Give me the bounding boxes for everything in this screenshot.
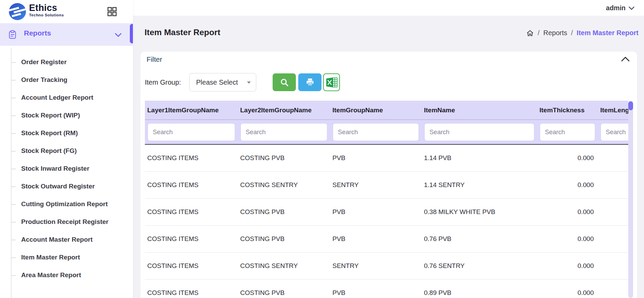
sidebar-item-stock-report-wip[interactable]: Stock Report (WIP) — [21, 107, 111, 124]
print-button[interactable] — [298, 73, 321, 91]
breadcrumb-item-current: Item Master Report — [577, 29, 639, 37]
item-group-select-value: Please Select — [196, 79, 238, 86]
table-cell: 0.76 PVB — [422, 226, 537, 252]
sidebar-menu: Order Register Order Tracking Account Le… — [0, 48, 133, 298]
table-row: COSTING ITEMS COSTING PVB PVB 0.76 PVB 0… — [145, 226, 628, 253]
filter-card: Filter Item Group: Please Select — [140, 51, 638, 298]
brand-name: Ethics — [29, 3, 64, 13]
table-cell: PVB — [330, 280, 422, 298]
table-cell: 0.76 SENTRY — [422, 253, 537, 279]
brand-logo: Ethics Techno Solutions — [0, 0, 133, 23]
table-cell — [598, 199, 628, 225]
table-cell: 0.000 — [537, 280, 598, 298]
column-header: Layer2ItemGroupName — [238, 101, 330, 119]
table-cell: 1.14 SENTRY — [422, 172, 537, 198]
table-cell: 0.000 — [537, 199, 598, 225]
filter-panel-title: Filter — [147, 55, 162, 63]
item-group-label: Item Group: — [145, 79, 186, 86]
table-cell: SENTRY — [330, 172, 422, 198]
filter-controls-row: Item Group: Please Select — [145, 73, 340, 91]
table-cell: 0.000 — [537, 253, 598, 279]
sidebar-item-stock-report-fg[interactable]: Stock Report (FG) — [21, 142, 111, 160]
table-cell: COSTING PVB — [238, 226, 330, 252]
table-cell — [598, 172, 628, 198]
sidebar-item-item-master-report[interactable]: Item Master Report — [21, 249, 111, 266]
sidebar-item-area-master-report[interactable]: Area Master Report — [21, 266, 111, 284]
table-search-row — [145, 120, 628, 145]
table-cell: PVB — [330, 199, 422, 225]
sidebar-item-account-ledger-report[interactable]: Account Ledger Report — [21, 89, 111, 107]
table-cell: SENTRY — [330, 253, 422, 279]
table-cell: COSTING ITEMS — [145, 199, 238, 225]
table-row: COSTING ITEMS COSTING SENTRY SENTRY 0.76… — [145, 253, 628, 280]
column-search-input[interactable] — [540, 123, 595, 141]
search-button[interactable] — [273, 73, 296, 91]
excel-icon — [326, 77, 338, 88]
table-row: COSTING ITEMS COSTING PVB PVB 0.89 PVB 0… — [145, 280, 628, 298]
table-scrollbar-thumb[interactable] — [628, 101, 633, 110]
caret-down-icon — [247, 81, 251, 84]
table-cell: 0.89 PVB — [422, 280, 537, 298]
user-name: admin — [606, 4, 626, 12]
home-icon[interactable] — [526, 29, 534, 37]
item-group-select[interactable]: Please Select — [189, 73, 256, 91]
brand-tagline: Techno Solutions — [29, 13, 64, 17]
search-icon — [280, 78, 289, 87]
sidebar: Ethics Techno Solutions Reports — [0, 0, 133, 298]
column-header: Layer1ItemGroupName — [145, 101, 238, 119]
table-cell: PVB — [330, 145, 422, 171]
table-cell: 0.38 MILKY WHITE PVB — [422, 199, 537, 225]
table-cell: COSTING PVB — [238, 145, 330, 171]
printer-icon — [305, 78, 315, 87]
table-cell: PVB — [330, 226, 422, 252]
column-search-input[interactable] — [241, 123, 327, 141]
table-cell: COSTING SENTRY — [238, 172, 330, 198]
table-cell: COSTING SENTRY — [238, 253, 330, 279]
table-cell — [598, 226, 628, 252]
table-cell: COSTING ITEMS — [145, 172, 238, 198]
breadcrumb: / Reports / Item Master Report — [526, 29, 639, 37]
table-scrollbar[interactable] — [628, 101, 633, 298]
table-cell: 0.000 — [537, 226, 598, 252]
table-cell: COSTING ITEMS — [145, 226, 238, 252]
table-row: COSTING ITEMS COSTING PVB PVB 1.14 PVB 0… — [145, 145, 628, 172]
chevron-up-icon[interactable] — [621, 57, 630, 63]
breadcrumb-item-reports[interactable]: Reports — [543, 29, 567, 37]
brand-text: Ethics Techno Solutions — [29, 3, 64, 17]
column-search-input[interactable] — [424, 123, 534, 141]
column-header: ItemGroupName — [330, 101, 422, 119]
column-search-input[interactable] — [601, 123, 628, 141]
table-cell — [598, 253, 628, 279]
sidebar-item-cutting-optimization-report[interactable]: Cutting Optimization Report — [21, 195, 111, 213]
table-cell: 0.000 — [537, 172, 598, 198]
table-row: COSTING ITEMS COSTING SENTRY SENTRY 1.14… — [145, 172, 628, 199]
grid-menu-toggle-icon[interactable] — [107, 7, 117, 16]
table-row: COSTING ITEMS COSTING PVB PVB 0.38 MILKY… — [145, 199, 628, 226]
column-header: ItemThickness — [537, 101, 598, 119]
ethics-logo-icon — [9, 3, 26, 22]
clipboard-icon — [9, 30, 16, 41]
sidebar-item-order-register[interactable]: Order Register — [21, 53, 111, 71]
sidebar-item-account-master-report[interactable]: Account Master Report — [21, 231, 111, 249]
export-excel-button[interactable] — [323, 73, 340, 91]
user-menu[interactable]: admin — [606, 0, 634, 16]
breadcrumb-separator: / — [571, 29, 573, 37]
sidebar-section-reports[interactable]: Reports — [0, 23, 133, 46]
table-cell: COSTING ITEMS — [145, 253, 238, 279]
column-search-input[interactable] — [333, 123, 419, 141]
column-header: ItemName — [422, 101, 537, 119]
breadcrumb-separator: / — [538, 29, 540, 37]
sidebar-item-order-tracking[interactable]: Order Tracking — [21, 71, 111, 89]
page-title: Item Master Report — [145, 28, 220, 37]
sidebar-item-production-receipt-register[interactable]: Production Receipt Register — [21, 213, 111, 231]
chevron-down-icon — [115, 32, 122, 39]
sidebar-item-stock-outward-register[interactable]: Stock Outward Register — [21, 178, 111, 195]
report-table: Layer1ItemGroupName Layer2ItemGroupName … — [145, 101, 628, 298]
sidebar-item-stock-inward-register[interactable]: Stock Inward Register — [21, 160, 111, 178]
table-cell: COSTING PVB — [238, 280, 330, 298]
sidebar-item-stock-report-rm[interactable]: Stock Report (RM) — [21, 124, 111, 142]
column-search-input[interactable] — [148, 123, 235, 141]
table-cell: 0.000 — [537, 145, 598, 171]
table-cell: 1.14 PVB — [422, 145, 537, 171]
table-cell: COSTING ITEMS — [145, 280, 238, 298]
